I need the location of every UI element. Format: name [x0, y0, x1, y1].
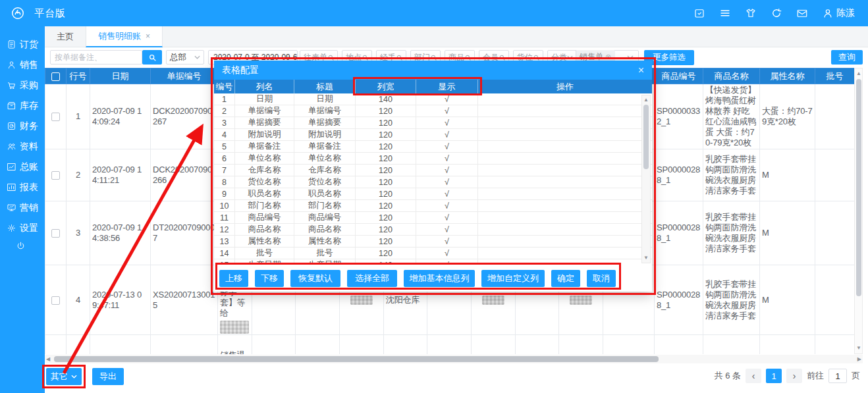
- column-width-cell: 120: [356, 153, 416, 164]
- add-custom-column-button[interactable]: 增加自定义列: [481, 270, 545, 287]
- tag-remove-icon[interactable]: ⊗: [605, 53, 611, 61]
- horizontal-scrollbar[interactable]: ◀ ▶: [45, 355, 863, 363]
- row-checkbox[interactable]: [51, 229, 60, 238]
- tab-sales-detail[interactable]: 销售明细账 ×: [86, 26, 163, 47]
- sidebar-item-finance[interactable]: 财务: [7, 116, 38, 136]
- vertical-scroll-thumb[interactable]: [856, 79, 861, 296]
- remark-search-input[interactable]: [51, 53, 142, 62]
- sidebar-item-purchase[interactable]: 采购: [7, 75, 38, 95]
- config-row[interactable]: 15生产日期生产日期140√: [214, 259, 652, 265]
- column-title-cell: 日期: [294, 93, 356, 105]
- sidebar-item-sales[interactable]: 销售: [7, 55, 38, 75]
- query-button[interactable]: 查询: [831, 50, 863, 65]
- search-button[interactable]: [142, 50, 162, 65]
- column-action-cell: [478, 212, 641, 223]
- select-all-checkbox[interactable]: [51, 72, 60, 81]
- config-row[interactable]: 13属性名称属性名称120√: [214, 236, 652, 248]
- search-icon: [396, 54, 403, 61]
- column-name-cell: 商品名称: [235, 224, 294, 235]
- config-row[interactable]: 10部门名称部门名称120√: [214, 200, 652, 212]
- select-all-button[interactable]: 选择全部: [347, 270, 397, 287]
- summary-text: 销售退货乳胶手套带挂钩两: [218, 335, 252, 355]
- cancel-button[interactable]: 取消: [587, 270, 616, 287]
- search-icon: [362, 54, 369, 61]
- column-no-cell: 4: [214, 129, 235, 140]
- column-title-cell: 仓库名称: [294, 165, 356, 176]
- prev-page-button[interactable]: ‹: [746, 369, 761, 383]
- config-row[interactable]: 11商品编号商品编号120√: [214, 212, 652, 224]
- sidebar-item-label: 财务: [20, 120, 38, 132]
- select-all-checkbox-cell[interactable]: [45, 68, 67, 84]
- column-no-cell: 2: [214, 105, 235, 117]
- column-visible-cell: √: [416, 224, 478, 235]
- theme-shirt-icon[interactable]: [745, 7, 757, 19]
- confirm-button[interactable]: 确定: [551, 270, 580, 287]
- dialog-scrollbar[interactable]: ▲ ▼: [641, 95, 651, 263]
- sidebar-item-label: 资料: [20, 141, 38, 153]
- menu-icon[interactable]: [719, 7, 731, 19]
- tab-home[interactable]: 主页: [45, 26, 86, 47]
- scroll-left-icon[interactable]: ◀: [46, 356, 50, 363]
- column-title-cell: 职员名称: [294, 188, 356, 199]
- inventory-icon: [7, 101, 16, 111]
- config-row[interactable]: 9职员名称职员名称120√: [214, 188, 652, 200]
- add-basic-columns-button[interactable]: 增加基本信息列: [404, 270, 475, 287]
- export-button[interactable]: 导出: [92, 368, 124, 385]
- config-row[interactable]: 2单据编号单据编号120√: [214, 105, 652, 117]
- other-button[interactable]: 其它: [46, 368, 82, 385]
- todo-icon[interactable]: [693, 7, 705, 19]
- vertical-scrollbar[interactable]: ▲ ▼: [854, 68, 863, 354]
- current-page-button[interactable]: 1: [766, 369, 782, 383]
- config-row[interactable]: 4附加说明附加说明120√: [214, 129, 652, 141]
- restore-default-button[interactable]: 恢复默认: [290, 270, 340, 287]
- scroll-down-icon[interactable]: ▼: [856, 345, 861, 352]
- column-title-cell: 单据编号: [294, 105, 356, 117]
- column-visible-cell: √: [416, 129, 478, 140]
- sidebar-item-label: 采购: [20, 80, 38, 92]
- user-icon: [822, 7, 834, 19]
- row-checkbox[interactable]: [51, 113, 60, 121]
- config-row[interactable]: 6单位名称单位名称120√: [214, 153, 652, 165]
- sidebar-item-settings[interactable]: 设置: [7, 218, 38, 238]
- scroll-up-icon[interactable]: ▲: [856, 70, 861, 77]
- logout-power-icon[interactable]: [16, 241, 26, 253]
- horizontal-scroll-thumb[interactable]: [54, 356, 659, 362]
- user-account[interactable]: 陈漾: [822, 7, 855, 19]
- row-checkbox[interactable]: [51, 296, 60, 305]
- column-visible-cell: √: [416, 176, 478, 188]
- column-width-cell: 120: [356, 141, 416, 152]
- sidebar-item-report[interactable]: 报表: [7, 177, 38, 197]
- org-select[interactable]: 总部: [166, 50, 204, 65]
- move-up-button[interactable]: 上移: [219, 270, 248, 287]
- tab-close-icon[interactable]: ×: [146, 32, 150, 41]
- column-width-cell: 120: [356, 212, 416, 223]
- config-row[interactable]: 1日期日期140√: [214, 93, 652, 105]
- message-icon[interactable]: [796, 7, 808, 19]
- config-row[interactable]: 14批号批号120√: [214, 248, 652, 259]
- chevron-down-icon: [194, 55, 200, 59]
- config-row[interactable]: 5单据备注单据备注120√: [214, 141, 652, 153]
- sidebar-item-data[interactable]: 资料: [7, 136, 38, 157]
- dialog-scroll-thumb[interactable]: [643, 105, 649, 169]
- report-icon: [7, 182, 16, 192]
- config-row[interactable]: 8货位名称货位名称120√: [214, 176, 652, 188]
- column-name-cell: 部门名称: [235, 200, 294, 211]
- sidebar-item-ledger[interactable]: 总账: [7, 157, 38, 177]
- dialog-close-icon[interactable]: ×: [638, 65, 644, 76]
- config-row[interactable]: 3单据摘要单据摘要120√: [214, 117, 652, 129]
- move-down-button[interactable]: 下移: [255, 270, 284, 287]
- scroll-down-icon[interactable]: ▼: [643, 255, 649, 261]
- sidebar-item-marketing[interactable]: 营销: [7, 197, 38, 218]
- goto-page-input[interactable]: [828, 369, 847, 383]
- column-visible-cell: √: [416, 93, 478, 105]
- scroll-right-icon[interactable]: ▶: [857, 356, 861, 363]
- sidebar-item-order[interactable]: 订货: [7, 34, 38, 55]
- scroll-up-icon[interactable]: ▲: [643, 97, 649, 103]
- sidebar-item-inventory[interactable]: 库存: [7, 95, 38, 116]
- refresh-icon[interactable]: [771, 7, 782, 19]
- config-row[interactable]: 7仓库名称仓库名称120√: [214, 165, 652, 176]
- config-row[interactable]: 12商品名称商品名称120√: [214, 224, 652, 236]
- row-checkbox[interactable]: [51, 171, 60, 180]
- next-page-button[interactable]: ›: [786, 369, 802, 383]
- column-action-cell: [478, 165, 641, 176]
